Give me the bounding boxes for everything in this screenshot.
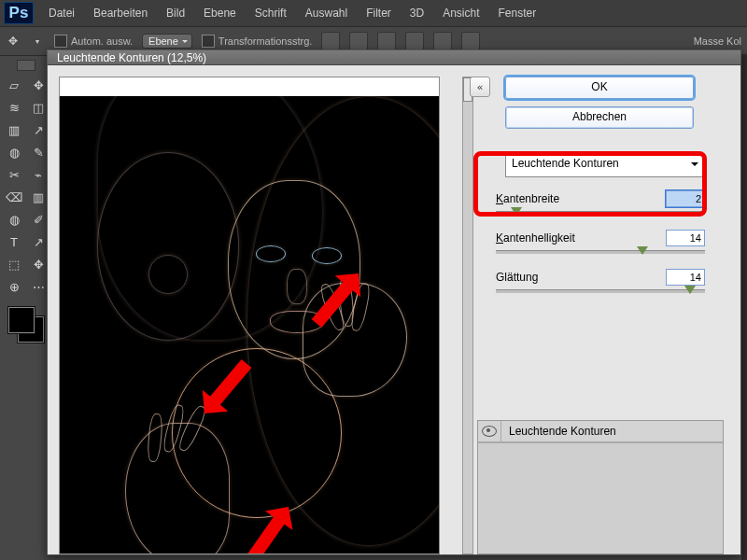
glaettung-label: Glättung xyxy=(496,271,538,284)
menu-3d[interactable]: 3D xyxy=(401,3,433,23)
color-swatches[interactable] xyxy=(7,306,45,343)
auto-select-label: Autom. ausw. xyxy=(71,35,133,47)
align-btn-5[interactable] xyxy=(433,32,452,50)
kantenhelligkeit-slider[interactable] xyxy=(496,250,705,254)
menu-auswahl[interactable]: Auswahl xyxy=(296,3,357,23)
checkbox-icon xyxy=(202,35,215,48)
tool-stamp[interactable]: ✂ xyxy=(3,164,25,185)
collapse-button[interactable]: « xyxy=(470,77,490,97)
glaettung-slider[interactable] xyxy=(496,289,705,293)
ok-button[interactable]: OK xyxy=(505,77,694,99)
param-kantenhelligkeit: Kantenhelligkeit xyxy=(496,230,705,254)
filter-type-dropdown[interactable]: Leuchtende Konturen xyxy=(505,155,705,177)
move-tool-icon: ✥ xyxy=(6,34,21,49)
tool-heal[interactable]: ◍ xyxy=(3,142,25,162)
kantenhelligkeit-input[interactable] xyxy=(666,230,705,246)
eye-icon xyxy=(482,426,497,437)
tool-shape[interactable]: ⬚ xyxy=(3,254,25,274)
param-glaettung: Glättung xyxy=(496,269,705,293)
menu-ebene[interactable]: Ebene xyxy=(194,3,246,23)
glaettung-input[interactable] xyxy=(666,269,705,286)
tool-type[interactable]: T xyxy=(3,231,25,252)
transform-check[interactable]: Transformationsstrg. xyxy=(202,35,312,48)
menu-datei[interactable]: Datei xyxy=(39,3,84,23)
align-btn-4[interactable] xyxy=(405,32,424,50)
foreground-color-swatch[interactable] xyxy=(7,306,35,334)
tool-lasso[interactable]: ≋ xyxy=(3,97,25,118)
effect-layers-panel: Leuchtende Konturen xyxy=(477,420,724,554)
app-logo: Ps xyxy=(4,2,34,24)
kantenhelligkeit-label: Kantenhelligkeit xyxy=(496,231,575,245)
dialog-controls: « OK Abbrechen Leuchtende Konturen Kante… xyxy=(468,65,740,554)
kantenbreite-label: Kantenbreite xyxy=(496,192,559,205)
menu-ansicht[interactable]: Ansicht xyxy=(433,3,488,23)
filter-dialog: Leuchtende Konturen (12,5%) xyxy=(47,49,741,555)
preview-frame[interactable] xyxy=(59,77,440,554)
tool-crop[interactable]: ▥ xyxy=(3,119,25,140)
menu-bearbeiten[interactable]: Bearbeiten xyxy=(84,3,157,23)
cancel-button[interactable]: Abbrechen xyxy=(505,106,694,129)
menu-filter[interactable]: Filter xyxy=(357,3,401,23)
dialog-titlebar[interactable]: Leuchtende Konturen (12,5%) xyxy=(48,50,740,65)
menu-bild[interactable]: Bild xyxy=(157,3,194,23)
slider-thumb-icon[interactable] xyxy=(511,207,522,221)
toolbox: ▱ ✥ ≋ ◫ ▥ ↗ ◍ ✎ ✂ ⌁ ⌫ ▥ ◍ ✐ T ↗ ⬚ ✥ ⊕ ⋯ xyxy=(0,56,53,560)
auto-select-check[interactable]: Autom. ausw. xyxy=(54,35,133,48)
dropdown-arrow-icon[interactable]: ▾ xyxy=(30,34,45,49)
align-btn-1[interactable] xyxy=(321,32,340,50)
visibility-toggle[interactable] xyxy=(478,421,501,441)
layer-dropdown[interactable]: Ebene xyxy=(142,34,192,49)
menu-bar: Ps Datei Bearbeiten Bild Ebene Schrift A… xyxy=(0,0,747,27)
align-btn-2[interactable] xyxy=(349,32,368,50)
menu-fenster[interactable]: Fenster xyxy=(489,3,546,23)
effect-layer-row[interactable]: Leuchtende Konturen xyxy=(478,421,723,442)
effect-layer-name: Leuchtende Konturen xyxy=(501,425,616,438)
checkbox-icon xyxy=(54,35,67,48)
align-btn-3[interactable] xyxy=(377,32,396,50)
tool-eraser[interactable]: ⌫ xyxy=(3,187,25,207)
align-btn-6[interactable] xyxy=(461,32,480,50)
options-right-label: Masse Kol xyxy=(694,35,741,47)
preview-image xyxy=(60,96,439,553)
menu-schrift[interactable]: Schrift xyxy=(246,3,296,23)
param-kantenbreite: Kantenbreite xyxy=(496,190,705,215)
dialog-title-text: Leuchtende Konturen (12,5%) xyxy=(57,51,206,64)
transform-label: Transformationsstrg. xyxy=(218,35,312,47)
right-panel-edge xyxy=(741,54,747,560)
kantenbreite-slider[interactable] xyxy=(496,211,705,215)
slider-thumb-icon[interactable] xyxy=(637,246,648,260)
toolbox-handle[interactable] xyxy=(17,60,35,71)
kantenbreite-input[interactable] xyxy=(666,190,705,207)
effect-layers-empty xyxy=(478,442,723,553)
slider-thumb-icon[interactable] xyxy=(684,286,696,300)
tool-zoom[interactable]: ⊕ xyxy=(3,276,25,297)
tool-marquee[interactable]: ▱ xyxy=(3,75,25,95)
preview-pane xyxy=(48,65,468,554)
tool-dodge[interactable]: ◍ xyxy=(3,209,25,230)
